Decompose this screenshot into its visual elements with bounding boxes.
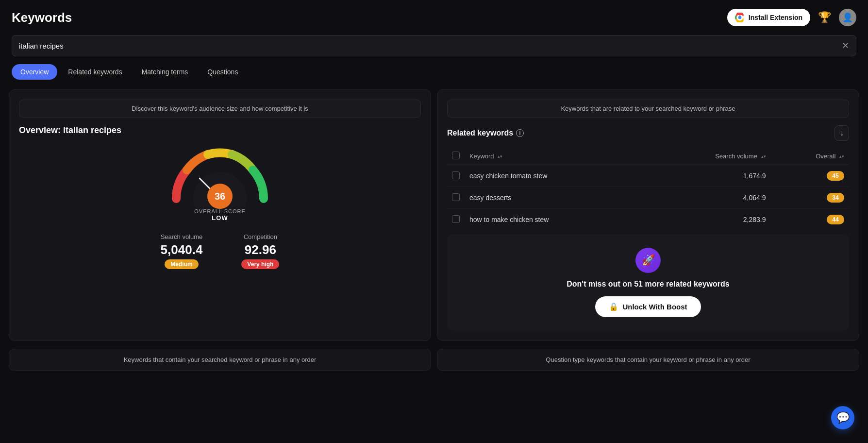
search-volume-cell: 4,064.9 (647, 187, 771, 209)
score-badge: 34 (827, 193, 844, 203)
related-banner: Keywords that are related to your search… (447, 100, 849, 118)
unlock-with-boost-button[interactable]: 🔒 Unlock With Boost (595, 296, 701, 317)
row-checkbox-cell (447, 209, 465, 231)
upsell-text: Don't miss out on 51 more related keywor… (457, 280, 839, 289)
tab-overview[interactable]: Overview (12, 64, 57, 80)
keyword-cell: how to make chicken stew (465, 209, 647, 231)
chrome-icon (735, 13, 745, 22)
keyword-column-header[interactable]: Keyword ▴▾ (465, 148, 647, 165)
related-keywords-panel: Keywords that are related to your search… (437, 89, 859, 341)
table-row: easy chicken tomato stew 1,674.9 45 (447, 165, 849, 187)
score-badge: 44 (827, 215, 844, 224)
lock-icon: 🔒 (609, 302, 618, 311)
related-title: Related keywords i (447, 129, 524, 137)
search-volume-cell: 1,674.9 (647, 165, 771, 187)
tab-related-keywords[interactable]: Related keywords (59, 64, 131, 80)
svg-point-0 (738, 16, 741, 19)
related-header: Related keywords i ↓ (447, 125, 849, 141)
row-checkbox-cell (447, 165, 465, 187)
search-input[interactable] (19, 42, 842, 50)
search-volume-value: 5,040.4 (161, 242, 203, 257)
unlock-label: Unlock With Boost (622, 303, 687, 311)
row-checkbox-cell (447, 187, 465, 209)
row-checkbox-1[interactable] (452, 193, 460, 201)
competition-value: 92.96 (241, 242, 279, 257)
gauge-score-text: OVERALL SCORE (194, 208, 246, 214)
svg-text:36: 36 (215, 191, 225, 202)
main-grid: Discover this keyword's audience size an… (0, 86, 868, 344)
search-volume-stat: Search volume 5,040.4 Medium (161, 233, 203, 269)
search-volume-column-header[interactable]: Search volume ▴▾ (647, 148, 771, 165)
related-title-text: Related keywords (447, 129, 513, 137)
competition-stat: Competition 92.96 Very high (241, 233, 279, 269)
tab-matching-terms[interactable]: Matching terms (133, 64, 197, 80)
competition-label: Competition (241, 233, 279, 240)
upsell-box: 🚀 Don't miss out on 51 more related keyw… (447, 234, 849, 331)
row-checkbox-0[interactable] (452, 171, 460, 179)
info-icon[interactable]: i (516, 129, 524, 137)
questions-banner: Question type keywords that contain your… (437, 349, 859, 371)
gauge-score-low: LOW (194, 214, 246, 222)
overall-cell: 34 (771, 187, 849, 209)
keyword-sort-icon: ▴▾ (498, 154, 502, 159)
avatar[interactable]: 👤 (839, 9, 856, 26)
search-bar: ✕ (12, 35, 856, 56)
score-badge: 45 (827, 171, 844, 181)
header: Keywords Install Extension 🏆 👤 (0, 0, 868, 31)
table-row: easy desserts 4,064.9 34 (447, 187, 849, 209)
overall-column-header[interactable]: Overall ▴▾ (771, 148, 849, 165)
tabs-container: Overview Related keywords Matching terms… (0, 62, 868, 86)
upsell-icon: 🚀 (635, 248, 661, 273)
search-clear-button[interactable]: ✕ (842, 40, 849, 51)
competition-badge: Very high (241, 259, 279, 269)
bottom-banners: Keywords that contain your searched keyw… (0, 349, 868, 371)
trophy-icon: 🏆 (818, 11, 831, 24)
search-volume-badge: Medium (165, 259, 198, 269)
overview-banner: Discover this keyword's audience size an… (19, 100, 421, 118)
avatar-icon: 👤 (842, 12, 853, 23)
search-container: ✕ (0, 31, 868, 62)
tab-questions[interactable]: Questions (199, 64, 247, 80)
stats-row: Search volume 5,040.4 Medium Competition… (19, 233, 421, 269)
select-all-checkbox[interactable] (452, 152, 460, 159)
overall-cell: 45 (771, 165, 849, 187)
select-all-header (447, 148, 465, 165)
chat-bubble[interactable]: 💬 (831, 406, 854, 429)
page-title: Keywords (12, 10, 72, 25)
overview-title: Overview: italian recipes (19, 125, 421, 136)
header-actions: Install Extension 🏆 👤 (727, 9, 856, 26)
overall-cell: 44 (771, 209, 849, 231)
gauge-chart: 36 (167, 145, 273, 213)
trophy-button[interactable]: 🏆 (818, 11, 831, 24)
overview-panel: Discover this keyword's audience size an… (9, 89, 431, 341)
gauge-container: 36 OVERALL SCORE LOW (19, 145, 421, 222)
search-volume-cell: 2,283.9 (647, 209, 771, 231)
matching-terms-banner: Keywords that contain your searched keyw… (9, 349, 431, 371)
search-volume-label: Search volume (161, 233, 203, 240)
gauge-label: OVERALL SCORE LOW (194, 208, 246, 222)
keywords-table: Keyword ▴▾ Search volume ▴▾ Overall ▴▾ (447, 148, 849, 230)
keyword-cell: easy chicken tomato stew (465, 165, 647, 187)
install-extension-button[interactable]: Install Extension (727, 9, 810, 26)
chat-icon: 💬 (836, 411, 850, 424)
table-row: how to make chicken stew 2,283.9 44 (447, 209, 849, 231)
keyword-cell: easy desserts (465, 187, 647, 209)
download-button[interactable]: ↓ (835, 125, 849, 141)
search-volume-sort-icon: ▴▾ (761, 154, 766, 159)
row-checkbox-2[interactable] (452, 215, 460, 223)
install-extension-label: Install Extension (749, 14, 802, 21)
overall-sort-icon: ▴▾ (839, 154, 844, 159)
